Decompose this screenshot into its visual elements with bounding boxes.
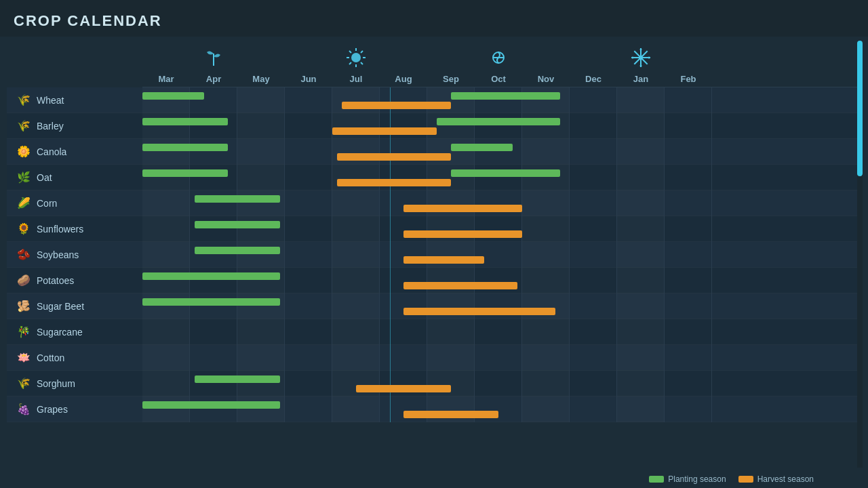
bar-harvest <box>337 179 451 186</box>
crop-bars <box>142 216 712 242</box>
crop-row: 🌾Barley <box>7 113 861 139</box>
bar-planting <box>195 221 280 228</box>
icon-mar <box>142 68 190 73</box>
calendar-area: MarAprMayJunJulAugSepOctNovDecJanFeb 🌾Wh… <box>7 37 861 422</box>
crop-label-corn: 🌽Corn <box>7 197 142 209</box>
scrollbar-thumb[interactable] <box>857 41 863 176</box>
legend-harvest: Harvest season <box>738 474 814 484</box>
crop-bars <box>142 319 712 345</box>
crop-name: Corn <box>37 198 57 209</box>
crop-icon: 🥔 <box>16 274 31 287</box>
crop-bars <box>142 371 712 396</box>
crop-label-sugarcane: 🎋Sugarcane <box>7 325 142 338</box>
crop-row: 🫚Sugar Beet <box>7 293 861 319</box>
crop-icon: 🌽 <box>16 197 31 209</box>
crop-row: 🍇Grapes <box>7 396 861 422</box>
crop-label-sorghum: 🌾Sorghum <box>7 377 142 390</box>
scrollbar[interactable] <box>857 41 863 468</box>
icon-jul <box>332 47 380 73</box>
icon-feb <box>665 68 712 73</box>
legend: Planting season Harvest season <box>649 474 814 484</box>
crop-label-potatoes: 🥔Potatoes <box>7 274 142 287</box>
crop-name: Potatoes <box>37 275 74 286</box>
month-mar: Mar <box>142 74 190 84</box>
bar-harvest <box>403 205 522 212</box>
crop-icon: 🫘 <box>16 248 31 261</box>
bar-harvest <box>403 256 484 264</box>
month-header: MarAprMayJunJulAugSepOctNovDecJanFeb <box>142 74 861 87</box>
bar-harvest <box>337 153 451 161</box>
month-nov: Nov <box>522 74 570 84</box>
crop-row: 🎋Sugarcane <box>7 319 861 345</box>
icon-oct <box>475 47 522 73</box>
planting-label: Planting season <box>668 474 726 484</box>
crop-name: Grapes <box>37 404 68 415</box>
bar-planting <box>142 272 280 280</box>
planting-swatch <box>649 476 664 483</box>
crop-name: Oat <box>37 172 52 183</box>
crop-row: 🌾Wheat <box>7 87 861 113</box>
month-jul: Jul <box>332 74 380 84</box>
crop-icon: 🍇 <box>16 403 31 415</box>
crop-bars <box>142 396 712 422</box>
svg-point-18 <box>632 57 634 59</box>
crop-icon: 🌼 <box>16 145 31 158</box>
crop-icon: 🫚 <box>16 300 31 312</box>
crop-icon: 🎋 <box>16 325 31 338</box>
harvest-label: Harvest season <box>757 474 814 484</box>
bar-harvest <box>403 230 522 238</box>
crop-label-cotton: 🪷Cotton <box>7 351 142 364</box>
crop-row: 🌼Canola <box>7 139 861 165</box>
crop-bars <box>142 345 712 371</box>
month-aug: Aug <box>380 74 427 84</box>
bar-harvest <box>403 282 517 289</box>
month-jan: Jan <box>617 74 665 84</box>
crop-name: Sunflowers <box>37 224 83 235</box>
crop-name: Barley <box>37 121 64 131</box>
crop-row: 🌽Corn <box>7 190 861 216</box>
icon-apr <box>190 47 237 73</box>
month-oct: Oct <box>475 74 522 84</box>
bar-planting <box>195 195 280 203</box>
bar-planting <box>142 118 228 125</box>
crop-icon: 🌾 <box>16 377 31 390</box>
svg-line-7 <box>361 51 363 53</box>
icon-sep <box>427 68 475 73</box>
crop-icon: 🌾 <box>16 119 31 132</box>
bar-harvest <box>356 385 451 392</box>
svg-line-5 <box>349 51 351 53</box>
month-apr: Apr <box>190 74 237 84</box>
bar-harvest <box>403 308 555 315</box>
crop-bars <box>142 87 712 113</box>
legend-planting: Planting season <box>649 474 726 484</box>
svg-line-8 <box>349 62 351 64</box>
crop-icon: 🌻 <box>16 222 31 235</box>
crop-row: 🌻Sunflowers <box>7 216 861 242</box>
bar-planting <box>451 169 560 177</box>
crop-bars <box>142 139 712 165</box>
crop-label-canola: 🌼Canola <box>7 145 142 158</box>
crop-label-soybeans: 🫘Soybeans <box>7 248 142 261</box>
crop-label-sugar-beet: 🫚Sugar Beet <box>7 300 142 312</box>
crop-bars <box>142 268 712 293</box>
icon-aug <box>380 68 427 73</box>
bar-planting <box>142 169 228 177</box>
month-dec: Dec <box>570 74 617 84</box>
crop-name: Cotton <box>37 352 64 363</box>
crop-label-sunflowers: 🌻Sunflowers <box>7 222 142 235</box>
crop-row: 🥔Potatoes <box>7 268 861 293</box>
crop-label-barley: 🌾Barley <box>7 119 142 132</box>
crop-name: Sugar Beet <box>37 301 84 312</box>
bar-planting <box>195 375 280 383</box>
month-may: May <box>237 74 285 84</box>
header: CROP CALENDAR <box>0 0 868 37</box>
bar-harvest <box>332 127 437 135</box>
crop-icon: 🪷 <box>16 351 31 364</box>
crop-name: Sugarcane <box>37 327 83 338</box>
bar-planting <box>142 92 204 100</box>
crop-row: 🌿Oat <box>7 165 861 190</box>
crop-name: Wheat <box>37 95 64 106</box>
crop-bars <box>142 190 712 216</box>
crop-row: 🪷Cotton <box>7 345 861 371</box>
bar-planting <box>142 298 280 306</box>
